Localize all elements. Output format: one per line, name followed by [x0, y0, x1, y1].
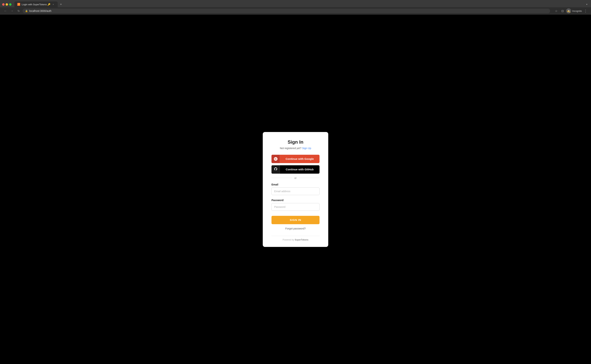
- github-icon: [274, 167, 278, 172]
- email-input[interactable]: [272, 188, 319, 195]
- incognito-avatar: 🕵: [566, 8, 571, 13]
- google-icon-wrapper: G: [272, 155, 280, 163]
- password-field-group: Password: [272, 199, 319, 211]
- subtitle-text: Not registered yet?: [280, 147, 301, 150]
- tab-right-controls: ▾: [585, 2, 589, 6]
- password-label: Password: [272, 199, 319, 202]
- forgot-password-link[interactable]: Forgot password?: [272, 227, 319, 230]
- footer-text: Powered by: [283, 239, 295, 241]
- address-bar: ← → ↻ 🔒 localhost:3000/auth ☆ ⊡ 🕵 Incogn…: [0, 7, 591, 14]
- incognito-badge[interactable]: 🕵 Incognito: [566, 8, 582, 13]
- active-tab[interactable]: 🔑 Login with SuperTokens 🔑 ×: [14, 1, 58, 7]
- lock-icon: 🔒: [25, 10, 28, 12]
- signup-link[interactable]: Sign Up: [302, 147, 311, 150]
- tab-title: Login with SuperTokens 🔑: [22, 3, 50, 6]
- tab-dropdown-button[interactable]: ▾: [585, 2, 589, 6]
- divider: or: [272, 176, 319, 179]
- tab-favicon: 🔑: [17, 3, 20, 6]
- browser-right-actions: ☆ ⊡ 🕵 Incognito ⋮: [554, 8, 588, 13]
- browser-menu-button[interactable]: ⋮: [583, 9, 588, 13]
- forward-button[interactable]: →: [9, 8, 14, 13]
- password-input[interactable]: [272, 203, 319, 211]
- minimize-window-button[interactable]: [6, 3, 8, 6]
- close-window-button[interactable]: [2, 3, 5, 6]
- incognito-label: Incognito: [572, 10, 582, 12]
- back-button[interactable]: ←: [3, 8, 8, 13]
- refresh-button[interactable]: ↻: [16, 8, 21, 13]
- signin-button[interactable]: SIGN IN: [272, 216, 319, 224]
- github-signin-button[interactable]: Continue with GitHub: [272, 165, 319, 174]
- auth-card: Sign In Not registered yet? Sign Up G Co…: [263, 132, 328, 247]
- email-field-group: Email: [272, 183, 319, 195]
- auth-subtitle: Not registered yet? Sign Up: [272, 147, 319, 150]
- tab-close-button[interactable]: ×: [52, 3, 55, 6]
- new-tab-button[interactable]: +: [58, 2, 64, 7]
- traffic-lights: [2, 3, 12, 6]
- github-icon-wrapper: [272, 165, 280, 174]
- address-input-wrap[interactable]: 🔒 localhost:3000/auth: [23, 8, 550, 13]
- email-label: Email: [272, 183, 319, 186]
- github-button-label: Continue with GitHub: [280, 168, 319, 171]
- google-icon: G: [274, 157, 278, 161]
- google-signin-button[interactable]: G Continue with Google: [272, 155, 319, 163]
- tab-strip-button[interactable]: ⊡: [560, 8, 565, 13]
- google-button-label: Continue with Google: [280, 157, 319, 160]
- divider-text: or: [294, 176, 297, 179]
- page-content: Sign In Not registered yet? Sign Up G Co…: [0, 15, 591, 364]
- browser-chrome: 🔑 Login with SuperTokens 🔑 × + ▾ ← → ↻ 🔒…: [0, 0, 591, 15]
- supertokens-link[interactable]: SuperTokens: [295, 239, 308, 241]
- tab-bar: 🔑 Login with SuperTokens 🔑 × + ▾: [0, 0, 591, 7]
- card-footer: Powered by SuperTokens: [272, 236, 319, 241]
- fullscreen-window-button[interactable]: [9, 3, 12, 6]
- address-text: localhost:3000/auth: [29, 9, 51, 12]
- page-title: Sign In: [272, 139, 319, 145]
- bookmark-button[interactable]: ☆: [554, 8, 559, 13]
